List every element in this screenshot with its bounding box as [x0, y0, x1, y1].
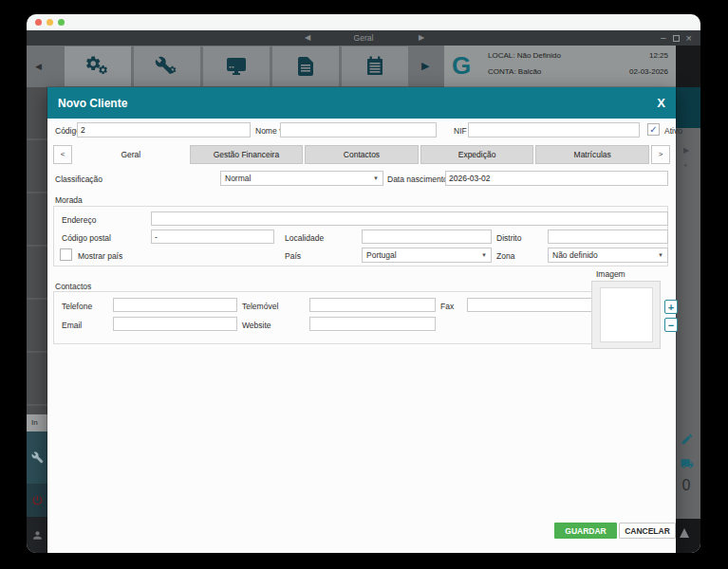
settings-gears-icon	[85, 55, 110, 78]
tab-gestao-financeira[interactable]: Gestão Financeira	[190, 145, 304, 164]
imagem-add-button[interactable]: +	[664, 300, 678, 314]
conta-label: CONTA: Balcão	[488, 67, 541, 76]
toolbar-terminal-button[interactable]	[203, 46, 270, 86]
mostrar-pais-label: Mostrar país	[78, 251, 122, 261]
telemovel-label: Telemóvel	[242, 302, 278, 311]
cancelar-button[interactable]: CANCELAR	[619, 523, 676, 539]
main-toolbar: ◀ ▶ G LOCAL: Não D	[27, 46, 700, 87]
nif-input[interactable]	[468, 122, 640, 138]
tab-matriculas[interactable]: Matrículas	[535, 145, 649, 164]
truck-icon	[681, 457, 694, 470]
dialog-body: Código * Nome * NIF ✓ Ativo < Geral Gest…	[47, 119, 676, 553]
toolbar-clipboard-button[interactable]	[342, 46, 408, 86]
mostrar-pais-checkbox[interactable]	[60, 248, 72, 261]
tabs-prev-button[interactable]: <	[53, 145, 72, 164]
right-panel-footer	[676, 519, 700, 553]
data-nascimento-input[interactable]	[445, 171, 668, 186]
dialog-close-icon[interactable]: X	[657, 96, 665, 110]
local-label: LOCAL: Não Definido	[488, 51, 561, 60]
wrench-icon	[31, 451, 44, 464]
mini-next-icon[interactable]: ▶	[683, 146, 689, 155]
nome-input[interactable]	[280, 122, 437, 138]
toolbar-tools-button[interactable]	[134, 46, 200, 86]
codigo-postal-input[interactable]	[151, 229, 274, 244]
telemovel-input[interactable]	[309, 298, 436, 312]
nif-label: NIF	[454, 126, 467, 136]
clipboard-icon	[363, 55, 387, 78]
monitor-icon	[224, 55, 249, 78]
zona-select[interactable]: Não definido ▼	[548, 248, 668, 263]
nav-next-icon[interactable]: ▶	[419, 33, 424, 42]
app-navbar: ◀ Geral ▶ – ×	[27, 30, 700, 46]
data-nascimento-label: Data nascimento	[387, 174, 448, 184]
tab-expedicao[interactable]: Expedição	[420, 145, 534, 164]
website-label: Website	[242, 321, 271, 330]
mac-titlebar	[27, 14, 700, 30]
telefone-label: Telefone	[62, 302, 92, 311]
nav-section-label: Geral	[354, 33, 374, 43]
cursor-icon	[680, 528, 689, 538]
mini-plus-icon[interactable]: +	[683, 161, 688, 170]
close-window-icon[interactable]: ×	[686, 31, 692, 45]
toolbar-document-button[interactable]	[272, 46, 339, 86]
email-label: Email	[62, 321, 82, 330]
power-icon	[31, 494, 44, 506]
chevron-down-icon: ▼	[373, 175, 379, 181]
imagem-preview	[600, 287, 653, 342]
localidade-label: Localidade	[285, 233, 324, 243]
dialog-title: Novo Cliente	[58, 97, 127, 110]
morada-group: Endereço Código postal Localidade Distri…	[53, 206, 668, 266]
telefone-input[interactable]	[113, 298, 237, 312]
app-content: ◀ ▶ G LOCAL: Não D	[27, 46, 700, 553]
pais-value: Portugal	[366, 250, 397, 260]
session-infobar: G LOCAL: Não Definido CONTA: Balcão 12:2…	[444, 46, 676, 87]
mac-close-button[interactable]	[35, 19, 42, 26]
tab-geral[interactable]: Geral	[74, 145, 188, 164]
endereco-input[interactable]	[151, 211, 668, 226]
tab-contactos[interactable]: Contactos	[305, 145, 419, 164]
novo-cliente-dialog: Novo Cliente X Código * Nome * NIF ✓ Ati…	[47, 87, 676, 553]
minimize-icon[interactable]: –	[661, 31, 666, 45]
toolbar-settings-button[interactable]	[65, 46, 131, 86]
mac-minimize-button[interactable]	[47, 19, 53, 26]
window-controls: – ×	[661, 31, 692, 45]
item-count: 0	[676, 477, 697, 494]
classificacao-select[interactable]: Normal ▼	[220, 171, 383, 186]
guardar-button[interactable]: GUARDAR	[554, 523, 617, 539]
right-panel-header	[676, 87, 700, 128]
sidebar-item-partial[interactable]: In	[27, 414, 47, 431]
nav-prev-icon[interactable]: ◀	[305, 33, 310, 42]
distrito-label: Distrito	[496, 233, 521, 243]
toolbar-prev-icon[interactable]: ◀	[35, 62, 42, 71]
classificacao-label: Classificação	[55, 174, 103, 184]
clock-time: 12:25	[649, 51, 668, 60]
app-logo: G	[452, 50, 471, 81]
pais-select[interactable]: Portugal ▼	[362, 248, 492, 263]
codigo-postal-label: Código postal	[62, 233, 111, 243]
imagem-remove-button[interactable]: −	[664, 318, 678, 332]
tabs-next-button[interactable]: >	[651, 145, 670, 164]
mac-zoom-button[interactable]	[58, 19, 65, 26]
codigo-input[interactable]	[77, 122, 251, 138]
toolbar-right-spacer	[676, 46, 700, 87]
pencil-icon	[681, 432, 694, 446]
classificacao-value: Normal	[225, 174, 251, 183]
fax-input[interactable]	[467, 298, 593, 312]
toolbar-next-icon[interactable]: ▶	[421, 60, 429, 72]
clock-date: 02-03-2026	[629, 67, 668, 76]
website-input[interactable]	[309, 317, 436, 331]
shipping-button[interactable]	[681, 457, 694, 470]
morada-section-label: Morada	[55, 195, 83, 205]
email-input[interactable]	[113, 317, 237, 331]
sidebar-power-button[interactable]	[27, 484, 47, 517]
contactos-section-label: Contactos	[55, 282, 91, 291]
document-icon	[293, 55, 318, 78]
maximize-icon[interactable]	[673, 35, 680, 42]
edit-button[interactable]	[681, 432, 694, 446]
sidebar-user-button[interactable]	[27, 517, 47, 553]
user-icon	[31, 529, 44, 541]
ativo-checkbox[interactable]: ✓	[647, 123, 660, 136]
localidade-input[interactable]	[362, 229, 492, 244]
distrito-input[interactable]	[548, 229, 668, 244]
sidebar-tools-button[interactable]	[27, 431, 47, 484]
